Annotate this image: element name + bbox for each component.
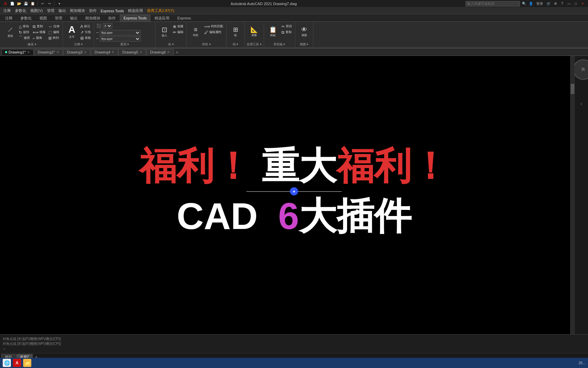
- lineweight-dropdown[interactable]: ByLayer: [100, 36, 141, 42]
- menu-addons[interactable]: 附加模块: [68, 7, 87, 14]
- menu-yanshou[interactable]: 燕秀工具2.87(Y): [145, 7, 176, 14]
- menu-featured[interactable]: 精选应用: [126, 7, 145, 14]
- btn-leader[interactable]: ↗引线: [79, 30, 92, 35]
- menu-collaborate[interactable]: 协作: [87, 7, 99, 14]
- drawing-tab-2[interactable]: Drawing2* ✕: [34, 49, 63, 55]
- ribbon-group-view-label: 视图 ▾: [297, 42, 311, 47]
- tab-parametric[interactable]: 管理: [51, 15, 66, 21]
- drawing-tab-3-close[interactable]: ✕: [84, 50, 87, 54]
- settings-icon[interactable]: ⚙: [553, 1, 558, 6]
- drawing-tab-4[interactable]: Drawing4 ✕: [91, 49, 118, 55]
- btn-edit-block[interactable]: ✏编辑: [172, 30, 184, 35]
- btn-properties[interactable]: ≡ 特性: [189, 23, 202, 41]
- open-icon[interactable]: 📂: [16, 1, 22, 6]
- btn-offset[interactable]: ⬚偏移: [47, 30, 61, 35]
- drawing-tab-5-label: Drawing5: [122, 50, 138, 54]
- new-icon[interactable]: 📄: [10, 1, 15, 6]
- drawing-tab-1-close[interactable]: ✕: [27, 50, 30, 54]
- tab-express-tools[interactable]: Express Tools: [120, 15, 150, 21]
- tab-annotate[interactable]: 视图: [36, 15, 51, 21]
- btn-measure[interactable]: 📐 测量: [247, 23, 261, 41]
- ribbon-group-utils-label: 实用工具 ▾: [247, 42, 262, 47]
- btn-group[interactable]: ⊞ 组: [229, 23, 242, 41]
- tab-dot-1: [5, 51, 7, 53]
- btn-match-prop[interactable]: ⟹特性匹配: [203, 24, 224, 29]
- panel-arrow[interactable]: ‹: [576, 100, 587, 107]
- ribbon: 注释 参数化 视图 管理 输出 附加模块 协作 Express Tools 精选…: [0, 14, 588, 48]
- menu-parametric[interactable]: 参数化: [13, 7, 28, 14]
- btn-text[interactable]: A 文字: [65, 23, 79, 41]
- draw-small-btns: △移动 ↻旋转 ⌒修剪: [18, 23, 31, 41]
- btn-paste[interactable]: 📋 粘贴: [266, 23, 280, 41]
- user-icon[interactable]: 👤: [528, 1, 534, 6]
- btn-draw-line[interactable]: ⟋ 直线: [3, 23, 17, 41]
- tab-view[interactable]: 输出: [66, 15, 81, 21]
- tab-insert[interactable]: 参数化: [17, 15, 35, 21]
- btn-fillet[interactable]: ⌐圆角: [32, 35, 47, 41]
- linetype-dropdown[interactable]: ByLayer: [100, 30, 141, 35]
- v-scrollbar[interactable]: [570, 56, 574, 334]
- tab-manage[interactable]: 附加模块: [82, 15, 104, 21]
- btn-mirror[interactable]: ⟺镜像: [32, 30, 47, 35]
- drawing-tab-5-close[interactable]: ✕: [140, 50, 142, 54]
- tab-home[interactable]: 注释: [1, 15, 16, 21]
- edit-props-icon: 🖊: [204, 30, 208, 35]
- save-icon[interactable]: 💾: [23, 1, 29, 6]
- menu-express-tools[interactable]: Express Tools: [99, 8, 126, 14]
- btn-copy-clip[interactable]: ⧉复制: [280, 30, 293, 35]
- create-block-icon: ⊕: [173, 24, 176, 29]
- btn-array[interactable]: ⊞阵列: [47, 35, 61, 41]
- menu-output[interactable]: 输出: [56, 7, 68, 14]
- minimize-icon[interactable]: —: [566, 1, 572, 6]
- drawing-tab-6-close[interactable]: ✕: [167, 50, 170, 54]
- canvas-wrapper[interactable]: 福利！ 重大 福利！ CAD 6 大插件: [0, 56, 588, 334]
- autocad-taskbar-icon[interactable]: A: [13, 359, 21, 367]
- drawing-tab-2-close[interactable]: ✕: [56, 50, 59, 54]
- v-scrollbar-thumb[interactable]: [571, 84, 574, 94]
- btn-circle[interactable]: ↻旋转: [18, 30, 31, 35]
- menu-manage[interactable]: 管理: [45, 7, 56, 14]
- folder-icon[interactable]: 📁: [23, 359, 31, 367]
- menu-annotation[interactable]: 注释: [1, 7, 13, 14]
- btn-annotation[interactable]: A标注: [79, 24, 92, 29]
- login-button[interactable]: 登录: [535, 1, 544, 6]
- btn-polyline[interactable]: △移动: [18, 24, 31, 29]
- btn-arc[interactable]: ⌒修剪: [18, 35, 31, 41]
- compass-circle: 西: [573, 59, 588, 80]
- btn-copy[interactable]: ⧉复制: [32, 24, 47, 29]
- drawing-tab-1[interactable]: Drawing1* ✕: [1, 49, 34, 55]
- drawing-tab-3[interactable]: Drawing3 ✕: [63, 49, 91, 55]
- titlebar-right: 🔍 👤 登录 🛒 ⚙ ? — □ ✕: [466, 1, 585, 6]
- drawing-tab-4-close[interactable]: ✕: [112, 50, 114, 54]
- btn-stretch[interactable]: ↔拉伸: [47, 24, 61, 29]
- help-icon[interactable]: ?: [559, 1, 565, 6]
- drawing-tab-6[interactable]: Drawing6 ✕: [146, 49, 174, 55]
- cart-icon[interactable]: 🛒: [546, 1, 551, 6]
- main-area: 福利！ 重大 福利！ CAD 6 大插件: [0, 56, 588, 334]
- menu-view[interactable]: 视图(V): [28, 7, 45, 14]
- layer-dropdown[interactable]: 0: [103, 23, 112, 29]
- btn-edit-props[interactable]: 🖊编辑属性: [203, 30, 224, 35]
- dropdown-icon[interactable]: ▾: [56, 1, 62, 6]
- chrome-icon[interactable]: 🌐: [3, 359, 11, 367]
- close-icon[interactable]: ✕: [580, 1, 585, 6]
- btn-create-block[interactable]: ⊕创建: [172, 24, 184, 29]
- search-icon[interactable]: 🔍: [521, 1, 527, 6]
- undo-icon[interactable]: ↩: [40, 1, 45, 6]
- ribbon-content: ⟋ 直线 △移动 ↻旋转 ⌒修剪 ⧉复制 ⟺镜像 ⌐圆角 ↔拉伸: [0, 22, 588, 48]
- new-drawing-button[interactable]: +: [174, 49, 180, 55]
- redo-icon[interactable]: ↪: [47, 1, 52, 6]
- btn-insert[interactable]: ⊡ 插入: [158, 23, 171, 41]
- btn-table[interactable]: ⊞表格: [79, 35, 92, 41]
- tab-featured[interactable]: 精选应用: [151, 15, 173, 21]
- drawing-tab-5[interactable]: Drawing5 ✕: [118, 49, 146, 55]
- canvas-line2: CAD 6 大插件: [0, 195, 588, 236]
- autocad-logo-icon: A: [3, 1, 8, 6]
- search-input[interactable]: [466, 1, 520, 6]
- tab-express[interactable]: Express: [174, 15, 195, 21]
- btn-cut[interactable]: ✂剪切: [280, 24, 293, 29]
- btn-view[interactable]: 👁 视图: [297, 23, 311, 41]
- save-as-icon[interactable]: 📋: [30, 1, 35, 6]
- tab-output[interactable]: 协作: [104, 15, 119, 21]
- maximize-icon[interactable]: □: [573, 1, 578, 6]
